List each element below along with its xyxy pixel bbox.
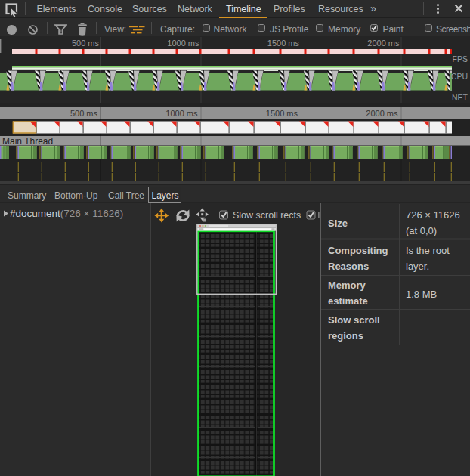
svg-text:CPU: CPU xyxy=(451,72,468,81)
svg-text:2000 ms: 2000 ms xyxy=(367,39,400,48)
svg-text:1500 ms: 1500 ms xyxy=(266,109,298,118)
svg-text:FPS: FPS xyxy=(453,54,468,63)
svg-text:NET: NET xyxy=(452,93,468,102)
svg-text:1000 ms: 1000 ms xyxy=(167,39,199,48)
svg-text:1500 ms: 1500 ms xyxy=(267,39,300,48)
svg-text:500 ms: 500 ms xyxy=(70,109,98,118)
svg-text:Main Thread: Main Thread xyxy=(2,136,53,147)
svg-text:2000 ms: 2000 ms xyxy=(366,109,398,118)
svg-text:500 ms: 500 ms xyxy=(72,39,100,48)
svg-text:1000 ms: 1000 ms xyxy=(165,109,198,118)
svg-text:Slow scroll rects: Slow scroll rects xyxy=(233,210,301,221)
